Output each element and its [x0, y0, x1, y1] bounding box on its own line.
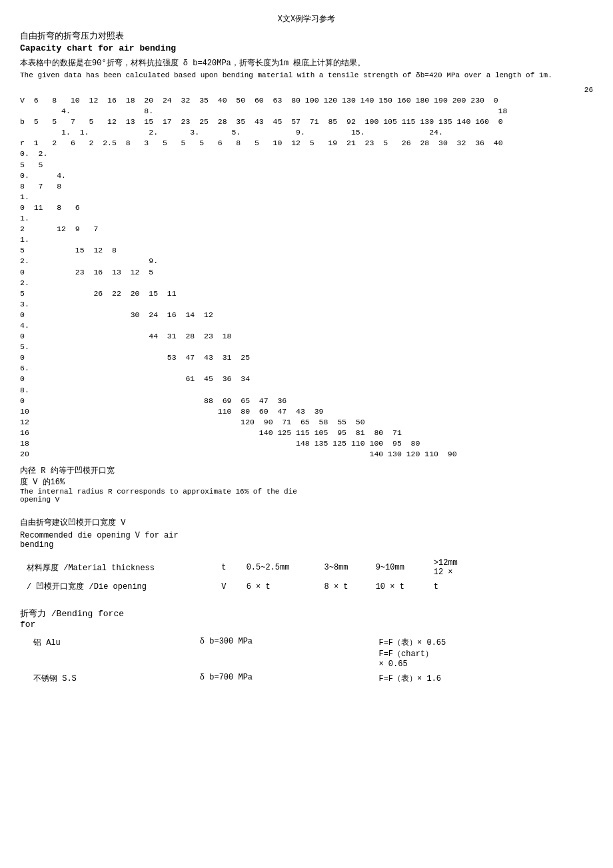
- v4: t: [427, 579, 478, 594]
- v1: 6 × t: [240, 579, 318, 594]
- opening-label: / 凹模开口宽度 /Die opening: [20, 579, 215, 594]
- bending-row-alu: 铝 Alu δ b=300 MPa F=F（表）× 0.65 F=F（chart…: [20, 635, 593, 671]
- ss-spec: δ b=700 MPa: [195, 671, 374, 686]
- note-section: 内径 R 约等于凹模开口宽 度 V 的16% The internal radi…: [20, 465, 593, 504]
- bending-section: 折弯力 /Bending force for 铝 Alu δ b=300 MPa…: [20, 608, 593, 686]
- page-number: 26: [20, 86, 593, 94]
- thickness-label: 材料厚度 /Material thickness: [20, 556, 215, 579]
- t-label: t: [215, 556, 239, 579]
- v-label: V: [215, 579, 239, 594]
- alu-material: 铝 Alu: [20, 635, 195, 671]
- alu-spec: δ b=300 MPa: [195, 635, 374, 671]
- rec-row-opening: / 凹模开口宽度 /Die opening V 6 × t 8 × t 10 ×…: [20, 579, 478, 594]
- table-content: V 6 8 10 12 16 18 20 24 32 35 40 50 60 6…: [20, 95, 593, 460]
- rec-table: 材料厚度 /Material thickness t 0.5~2.5mm 3~8…: [20, 556, 478, 594]
- range4: >12mm 12 ×: [427, 556, 478, 579]
- rec-row-thickness: 材料厚度 /Material thickness t 0.5~2.5mm 3~8…: [20, 556, 478, 579]
- range1: 0.5~2.5mm: [240, 556, 318, 579]
- range3: 9~10mm: [369, 556, 427, 579]
- title-cn: 自由折弯的折弯压力对照表: [20, 30, 593, 42]
- page-header: X文X例学习参考: [20, 13, 593, 25]
- note-en1: The internal radius R corresponds to app…: [20, 488, 593, 496]
- rec-title-cn: 自由折弯建议凹模开口宽度 V: [20, 517, 593, 528]
- bending-row-ss: 不锈钢 S.S δ b=700 MPa F=F（表）× 1.6: [20, 671, 593, 686]
- watermark: X文X例学习参考: [20, 13, 593, 25]
- bending-table: 铝 Alu δ b=300 MPa F=F（表）× 0.65 F=F（chart…: [20, 635, 593, 686]
- desc-cn: 本表格中的数据是在90°折弯，材料抗拉强度 δ b=420MPa，折弯长度为1m…: [20, 57, 593, 69]
- title-en: Capacity chart for air bending: [20, 43, 593, 53]
- note-cn2: 度 V 的16%: [20, 476, 593, 488]
- v2: 8 × t: [317, 579, 368, 594]
- range2: 3~8mm: [317, 556, 368, 579]
- ss-material: 不锈钢 S.S: [20, 671, 195, 686]
- ss-formula: F=F（表）× 1.6: [373, 671, 593, 686]
- bending-title: 折弯力 /Bending force for: [20, 608, 593, 630]
- desc-en: The given data has been calculated based…: [20, 71, 593, 79]
- v3: 10 × t: [369, 579, 427, 594]
- main-table: V 6 8 10 12 16 18 20 24 32 35 40 50 60 6…: [20, 95, 593, 460]
- note-cn1: 内径 R 约等于凹模开口宽: [20, 465, 593, 476]
- rec-title-en: Recommended die opening V for airbending: [20, 531, 593, 550]
- note-en2: opening V: [20, 496, 593, 504]
- alu-formula: F=F（表）× 0.65 F=F（chart） × 0.65: [373, 635, 593, 671]
